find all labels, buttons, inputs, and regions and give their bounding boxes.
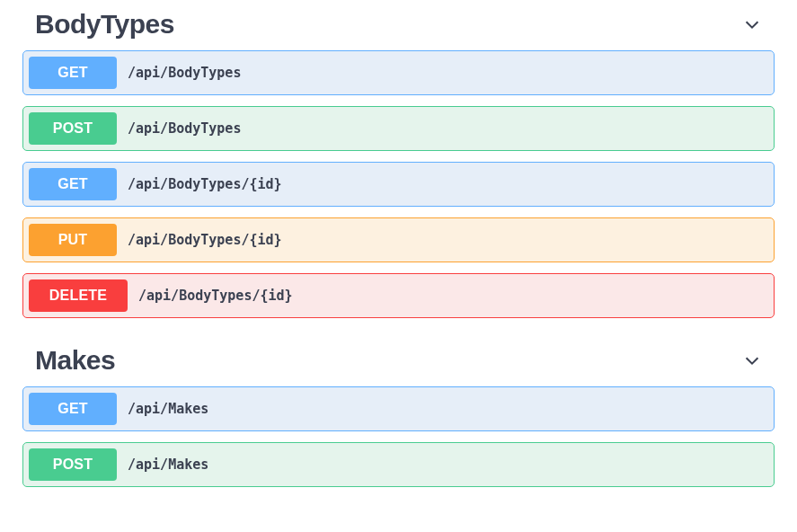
section-title: BodyTypes [35, 9, 174, 40]
operation-row[interactable]: POST /api/Makes [22, 442, 775, 487]
operation-path: /api/BodyTypes/{id} [128, 232, 282, 248]
section-title: Makes [35, 345, 115, 376]
operation-row[interactable]: POST /api/BodyTypes [22, 106, 775, 151]
operation-row[interactable]: GET /api/BodyTypes [22, 50, 775, 95]
section-makes: Makes GET /api/Makes POST /api/Makes [22, 336, 775, 487]
method-badge: POST [29, 112, 117, 145]
operation-path: /api/BodyTypes/{id} [138, 288, 293, 304]
method-badge: GET [29, 57, 117, 89]
section-header-bodytypes[interactable]: BodyTypes [22, 0, 775, 50]
method-badge: PUT [29, 224, 117, 256]
operation-path: /api/BodyTypes/{id} [128, 176, 282, 192]
operation-path: /api/Makes [128, 457, 208, 473]
operations-list: GET /api/Makes POST /api/Makes [22, 386, 775, 487]
operations-list: GET /api/BodyTypes POST /api/BodyTypes G… [22, 50, 775, 318]
operation-path: /api/Makes [128, 401, 208, 417]
operation-path: /api/BodyTypes [128, 65, 241, 81]
operation-row[interactable]: DELETE /api/BodyTypes/{id} [22, 273, 775, 318]
method-badge: GET [29, 393, 117, 425]
operation-row[interactable]: GET /api/BodyTypes/{id} [22, 162, 775, 207]
method-badge: DELETE [29, 279, 128, 312]
operation-row[interactable]: GET /api/Makes [22, 386, 775, 431]
chevron-down-icon [742, 14, 762, 34]
method-badge: GET [29, 168, 117, 200]
operation-path: /api/BodyTypes [128, 120, 241, 137]
operation-row[interactable]: PUT /api/BodyTypes/{id} [22, 217, 775, 262]
chevron-down-icon [742, 350, 762, 370]
section-header-makes[interactable]: Makes [22, 336, 775, 386]
method-badge: POST [29, 448, 117, 481]
section-bodytypes: BodyTypes GET /api/BodyTypes POST /api/B… [22, 0, 775, 318]
